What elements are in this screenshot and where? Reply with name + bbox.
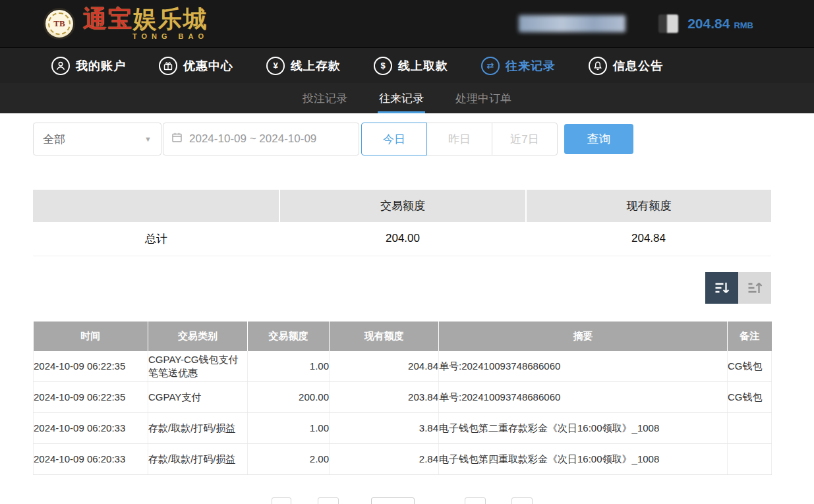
nav-item-label: 线上存款 (291, 58, 341, 74)
summary-total-transaction: 204.00 (279, 222, 526, 256)
col-balance: 现有额度 (330, 322, 439, 351)
quick-filter-group: 今日 昨日 近7日 (361, 123, 558, 155)
summary-total-current: 204.84 (526, 222, 771, 256)
cell-remark: CG钱包 (728, 351, 772, 382)
logo[interactable]: TB 通宝 娱乐城 TONG BAO (44, 7, 208, 40)
pagination-button[interactable] (511, 497, 533, 504)
cell-balance: 3.84 (330, 413, 439, 444)
balance-currency: RMB (734, 20, 753, 30)
logo-chip-icon: TB (44, 8, 75, 40)
col-remark: 备注 (728, 322, 772, 351)
cell-remark: CG钱包 (728, 382, 772, 413)
logo-chip-text: TB (53, 18, 65, 29)
col-summary: 摘要 (439, 322, 728, 351)
top-header: TB 通宝 娱乐城 TONG BAO 204.84 RMB (0, 0, 814, 47)
deposit-coin-icon: ¥ (266, 57, 285, 75)
cell-amount: 1.00 (248, 413, 330, 444)
username-redacted (519, 15, 625, 32)
pagination-button[interactable] (465, 497, 486, 504)
cell-type: 存款/取款/打码/损益 (148, 444, 248, 475)
balance: 204.84 RMB (687, 16, 753, 32)
logo-text: 通宝 娱乐城 TONG BAO (83, 7, 208, 40)
cell-amount: 200.00 (248, 382, 330, 413)
sort-bar (33, 272, 771, 304)
table-row: 2024-10-09 06:20:33 存款/取款/打码/损益 1.00 3.8… (34, 413, 772, 444)
transactions-table: 时间 交易类别 交易额度 现有额度 摘要 备注 2024-10-09 06:22… (33, 322, 772, 476)
logo-title-red: 通宝 (83, 7, 133, 31)
table-row: 2024-10-09 06:22:35 CGPAY-CG钱包支付笔笔送优惠 1.… (34, 351, 772, 382)
cell-remark (728, 444, 772, 475)
quick-button-yesterday[interactable]: 昨日 (426, 123, 492, 155)
cell-amount: 1.00 (248, 351, 330, 382)
cell-balance: 203.84 (330, 382, 439, 413)
cell-time: 2024-10-09 06:20:33 (34, 413, 148, 444)
gift-icon (159, 57, 177, 75)
bell-icon (589, 57, 607, 75)
nav-item-withdraw[interactable]: $ 线上取款 (374, 57, 448, 75)
nav-item-label: 信息公告 (613, 58, 663, 74)
date-range-value: 2024-10-09 ~ 2024-10-09 (189, 132, 316, 146)
quick-button-last7days[interactable]: 近7日 (492, 123, 558, 155)
type-select[interactable]: 全部 ▼ (33, 123, 161, 155)
summary-col-transaction: 交易额度 (279, 190, 526, 222)
logo-subtitle: TONG BAO (132, 33, 208, 40)
pagination-button[interactable] (272, 497, 291, 504)
nav-item-label: 往来记录 (506, 58, 556, 74)
nav-item-label: 线上取款 (398, 58, 448, 74)
user-icon (51, 57, 70, 75)
filter-row: 全部 ▼ 2024-10-09 ~ 2024-10-09 今日 昨日 近7日 查… (33, 123, 814, 155)
cell-type: 存款/取款/打码/损益 (148, 413, 248, 444)
summary-col-current: 现有额度 (526, 190, 771, 222)
summary-total-row: 总计 204.00 204.84 (33, 222, 771, 256)
nav-item-my-account[interactable]: 我的账户 (51, 57, 126, 75)
col-type: 交易类别 (148, 322, 248, 351)
date-range-input[interactable]: 2024-10-09 ~ 2024-10-09 (163, 123, 359, 155)
cell-summary: 单号:202410093748686060 (439, 351, 728, 382)
cell-summary: 单号:202410093748686060 (439, 382, 728, 413)
nav-item-transactions[interactable]: ⇄ 往来记录 (481, 57, 556, 75)
cell-time: 2024-10-09 06:20:33 (34, 444, 148, 475)
withdraw-coin-icon: $ (374, 57, 392, 75)
cell-summary: 电子钱包第二重存款彩金《次日16:00领取》_1008 (439, 413, 728, 444)
summary-col-empty (33, 190, 279, 222)
summary-table: 交易额度 现有额度 总计 204.00 204.84 (33, 190, 771, 256)
col-amount: 交易额度 (248, 322, 330, 351)
nav-item-deposit[interactable]: ¥ 线上存款 (266, 57, 341, 75)
cell-summary: 电子钱包第四重取款彩金《次日16:00领取》_1008 (439, 444, 728, 475)
table-row: 2024-10-09 06:20:33 存款/取款/打码/损益 2.00 2.8… (34, 444, 772, 475)
cell-balance: 2.84 (330, 444, 439, 475)
chevron-down-icon: ▼ (144, 135, 152, 143)
sort-ascending-button[interactable] (738, 272, 771, 304)
nav-item-announcements[interactable]: 信息公告 (589, 57, 663, 75)
col-time: 时间 (34, 322, 148, 351)
tab-transaction-records[interactable]: 往来记录 (378, 83, 425, 113)
cell-remark (728, 413, 772, 444)
sort-descending-button[interactable] (705, 272, 738, 304)
cell-balance: 204.84 (330, 351, 439, 382)
balance-amount: 204.84 (687, 16, 730, 32)
cell-amount: 2.00 (248, 444, 330, 475)
header-right: 204.84 RMB (519, 14, 753, 33)
quick-button-today[interactable]: 今日 (361, 123, 427, 155)
tab-betting-records[interactable]: 投注记录 (301, 83, 349, 113)
page: TB 通宝 娱乐城 TONG BAO 204.84 RMB (0, 0, 814, 504)
nav-item-label: 优惠中心 (183, 58, 233, 74)
sub-nav: 投注记录 往来记录 处理中订单 (0, 83, 814, 113)
nav-item-promotions[interactable]: 优惠中心 (159, 57, 233, 75)
main-nav: 我的账户 优惠中心 ¥ 线上存款 $ 线上取款 ⇄ 往来记录 信息公告 (0, 47, 814, 83)
cell-time: 2024-10-09 06:22:35 (34, 382, 148, 413)
tab-pending-orders[interactable]: 处理中订单 (454, 83, 513, 113)
logo-title-gold: 娱乐城 (133, 7, 208, 31)
pagination-button[interactable] (318, 497, 339, 504)
transactions-icon: ⇄ (481, 57, 500, 75)
cell-type: CGPAY支付 (148, 382, 248, 413)
cell-time: 2024-10-09 06:22:35 (34, 351, 148, 382)
cell-type: CGPAY-CG钱包支付笔笔送优惠 (148, 351, 248, 382)
nav-item-label: 我的账户 (76, 58, 126, 74)
search-button[interactable]: 查询 (564, 124, 633, 154)
calendar-icon (171, 132, 183, 146)
type-select-value: 全部 (43, 132, 65, 147)
table-row: 2024-10-09 06:22:35 CGPAY支付 200.00 203.8… (34, 382, 772, 413)
summary-total-label: 总计 (33, 222, 279, 256)
pagination-page-input[interactable] (371, 497, 415, 504)
